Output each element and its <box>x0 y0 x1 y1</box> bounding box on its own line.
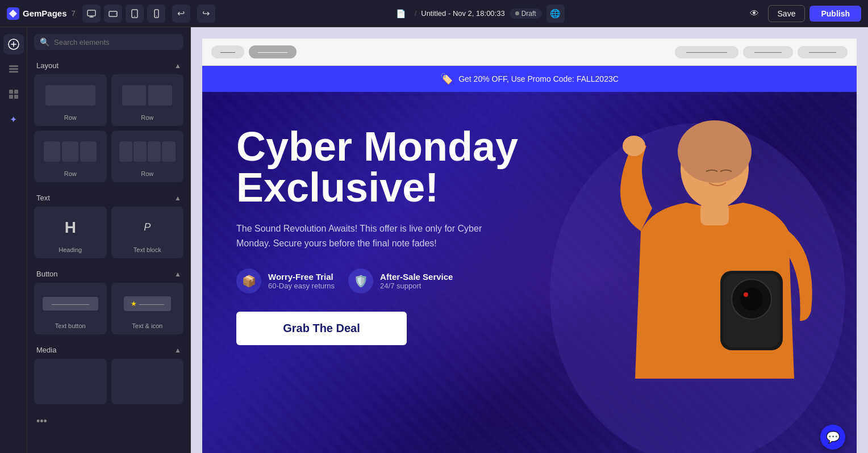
preview-button[interactable]: 👁 <box>745 5 763 23</box>
canvas-top-left: —— ———— <box>211 45 297 58</box>
svg-point-24 <box>744 292 748 297</box>
worry-free-icon: 📦 <box>236 269 261 293</box>
promo-banner: 🏷️ Get 20% OFF, Use Promo Code: FALL2023… <box>202 66 857 92</box>
layout-grid: Row Row Row Row <box>27 74 190 189</box>
mobile-icon[interactable] <box>147 5 165 23</box>
heading-element[interactable]: H Heading <box>34 207 107 258</box>
more-icon: ••• <box>36 416 47 427</box>
row-4-label: Row <box>141 170 153 177</box>
page-title-text: Untitled - Nov 2, 18:00:33 <box>421 9 504 18</box>
layers-button[interactable] <box>3 59 24 79</box>
row-2-label: Row <box>141 114 153 121</box>
button-toggle-icon: ▲ <box>174 270 181 278</box>
svg-rect-13 <box>14 90 18 94</box>
svg-point-7 <box>156 15 157 16</box>
hero-feature-2-text: After-Sale Service 24/7 support <box>380 272 453 290</box>
svg-rect-9 <box>9 65 18 67</box>
pages-button[interactable] <box>3 84 24 104</box>
hero-feature-1-text: Worry-Free Trial 60-Day easy returns <box>268 272 335 290</box>
search-bar: 🔍 <box>34 34 183 50</box>
hero-section: Cyber Monday Exclusive! The Sound Revolu… <box>202 92 857 453</box>
canvas-topnav: —— ———— —————— ———— ———— <box>202 39 857 66</box>
elements-panel: 🔍 Layout ▲ Row Row <box>27 27 191 453</box>
canvas-pill-2[interactable]: ———— <box>249 45 297 58</box>
canvas-pill-4[interactable]: ———— <box>743 46 793 58</box>
page-info: 📄 / Untitled - Nov 2, 18:00:33 Draft 🌐 <box>396 5 565 23</box>
search-input[interactable] <box>54 38 178 47</box>
feature-2-title: After-Sale Service <box>380 272 453 282</box>
media-grid <box>27 359 190 411</box>
canvas-top-right: —————— ———— ———— <box>675 46 848 58</box>
media-toggle-icon: ▲ <box>174 346 181 354</box>
media-placeholder-1[interactable] <box>34 359 107 404</box>
canvas-wrapper: —— ———— —————— ———— ———— 🏷️ Get 20% OFF,… <box>191 27 868 453</box>
canvas-pill-5[interactable]: ———— <box>798 46 848 58</box>
layout-section-header[interactable]: Layout ▲ <box>27 57 190 74</box>
media-placeholder-2[interactable] <box>111 359 184 404</box>
text-icon-element[interactable]: ★ ———— Text & icon <box>111 283 184 334</box>
row-3-preview <box>39 136 102 167</box>
hero-feature-2: 🛡️ After-Sale Service 24/7 support <box>348 269 453 293</box>
svg-point-23 <box>740 288 763 311</box>
button-grid: —————— Text button ★ ———— Text & icon <box>27 283 190 341</box>
redo-button[interactable]: ↪ <box>197 5 215 23</box>
svg-rect-1 <box>87 10 95 16</box>
undo-button[interactable]: ↩ <box>172 5 190 23</box>
promo-text: Get 20% OFF, Use Promo Code: FALL2023C <box>458 74 619 83</box>
hero-person-illustration <box>539 95 857 453</box>
svg-point-5 <box>134 15 135 16</box>
row-4-element[interactable]: Row <box>111 131 184 182</box>
tablet-icon[interactable] <box>126 5 144 23</box>
svg-rect-14 <box>9 95 13 99</box>
row-3-label: Row <box>64 170 77 177</box>
row-1-preview <box>39 79 102 111</box>
text-grid: H Heading P Text block <box>27 207 190 265</box>
svg-point-19 <box>623 136 645 156</box>
device-icons <box>82 5 165 23</box>
layout-section-title: Layout <box>36 61 59 70</box>
svg-rect-15 <box>14 95 18 99</box>
svg-rect-10 <box>9 68 18 70</box>
add-elements-button[interactable] <box>3 34 24 54</box>
hero-content: Cyber Monday Exclusive! The Sound Revolu… <box>236 126 566 345</box>
text-button-label: Text button <box>55 322 86 329</box>
text-block-label: Text block <box>133 246 161 253</box>
canvas-content: 🏷️ Get 20% OFF, Use Promo Code: FALL2023… <box>202 66 857 453</box>
grab-deal-button[interactable]: Grab The Deal <box>236 312 407 345</box>
chat-bubble[interactable]: 💬 <box>820 425 845 450</box>
topbar-actions: 👁 Save Publish <box>745 5 861 23</box>
draft-badge: Draft <box>510 9 542 19</box>
row-1-label: Row <box>64 114 77 121</box>
svg-point-3 <box>115 13 116 14</box>
row-2-element[interactable]: Row <box>111 74 184 126</box>
save-button[interactable]: Save <box>768 5 806 22</box>
feature-2-sub: 24/7 support <box>380 282 453 290</box>
after-sale-icon: 🛡️ <box>348 269 373 293</box>
text-section-header[interactable]: Text ▲ <box>27 189 190 207</box>
media-section-header[interactable]: Media ▲ <box>27 341 190 359</box>
feature-1-sub: 60-Day easy returns <box>268 282 335 290</box>
text-button-preview: —————— <box>39 288 102 319</box>
side-icon-panel: ✦ <box>0 27 27 453</box>
heading-label: Heading <box>59 246 82 253</box>
page-info-icon: 📄 <box>396 9 406 18</box>
button-section-title: Button <box>36 270 58 278</box>
row-1-element[interactable]: Row <box>34 74 107 126</box>
globe-icon[interactable]: 🌐 <box>546 5 565 23</box>
desktop-icon[interactable] <box>82 5 101 23</box>
topbar: GemPages 7 ↩ ↪ 📄 / Untitled - Nov 2, 18:… <box>0 0 868 27</box>
text-block-element[interactable]: P Text block <box>111 207 184 258</box>
draft-dot <box>515 11 519 15</box>
hero-title: Cyber Monday Exclusive! <box>236 126 566 208</box>
tablet-landscape-icon[interactable] <box>104 5 122 23</box>
hero-subtitle: The Sound Revolution Awaits! This offer … <box>236 221 509 250</box>
canvas-pill-3[interactable]: —————— <box>675 46 738 58</box>
button-section-header[interactable]: Button ▲ <box>27 265 190 283</box>
publish-button[interactable]: Publish <box>809 6 861 22</box>
ai-button[interactable]: ✦ <box>3 109 24 129</box>
more-options[interactable]: ••• <box>27 411 190 437</box>
draft-label: Draft <box>521 10 536 18</box>
row-3-element[interactable]: Row <box>34 131 107 182</box>
text-button-element[interactable]: —————— Text button <box>34 283 107 334</box>
canvas-pill-1[interactable]: —— <box>211 45 244 58</box>
